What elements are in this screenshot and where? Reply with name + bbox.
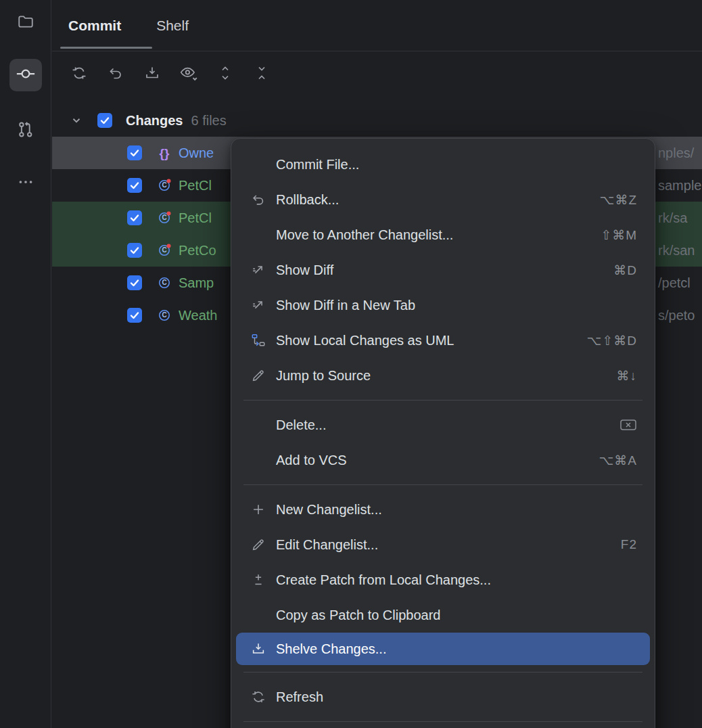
commit-icon (16, 64, 36, 87)
collapse-all-icon (254, 65, 270, 84)
commit-tab-bar: Commit Shelf (52, 0, 702, 51)
menu-item-create-patch[interactable]: Create Patch from Local Changes... (231, 562, 655, 597)
file-name: PetCl (179, 210, 212, 226)
shelve-silently-button[interactable] (143, 65, 162, 84)
svg-text:C: C (162, 214, 166, 221)
shelve-icon (144, 65, 160, 84)
menu-item-new-changelist[interactable]: New Changelist... (231, 492, 655, 527)
menu-item-shelve-changes[interactable]: Shelve Changes... (236, 633, 650, 665)
file-checkbox[interactable] (127, 210, 142, 225)
file-path-fragment: sample (658, 178, 701, 194)
menu-item-copy-as-patch[interactable]: Copy as Patch to Clipboard (231, 597, 655, 633)
folder-icon (17, 13, 34, 33)
menu-separator (243, 400, 642, 401)
delete-key-icon (619, 417, 637, 432)
rollback-icon (250, 191, 266, 208)
chevron-down-icon[interactable] (70, 114, 83, 127)
menu-separator (243, 484, 642, 485)
class-icon: C (157, 275, 172, 290)
changes-checkbox[interactable] (97, 113, 112, 128)
menu-separator (243, 672, 642, 673)
refresh-button[interactable] (70, 65, 89, 84)
file-checkbox[interactable] (127, 275, 142, 290)
refresh-icon (71, 65, 87, 84)
tab-commit[interactable]: Commit (68, 18, 121, 34)
menu-item-jump-to-source[interactable]: Jump to Source ⌘↓ (231, 358, 655, 393)
class-icon: C (157, 178, 172, 193)
rollback-button[interactable] (106, 65, 125, 84)
file-path-fragment: s/peto (658, 308, 695, 323)
file-path-fragment: rk/sa (658, 210, 687, 226)
pull-requests-tool-button[interactable] (9, 114, 42, 147)
commit-tool-button[interactable] (9, 59, 42, 91)
collapse-all-button[interactable] (252, 65, 271, 84)
blank-icon (250, 417, 266, 433)
pull-request-icon (16, 120, 34, 141)
expand-all-button[interactable] (216, 65, 235, 84)
blank-icon (250, 156, 266, 173)
pencil-icon (250, 537, 266, 553)
class-icon: C (157, 308, 172, 323)
file-checkbox[interactable] (127, 178, 142, 193)
changes-root-label: Changes (126, 113, 183, 129)
changes-file-count: 6 files (191, 113, 226, 129)
file-checkbox[interactable] (127, 243, 142, 258)
menu-item-show-diff-new-tab[interactable]: Show Diff in a New Tab (231, 288, 655, 323)
changes-root-row[interactable]: Changes 6 files (52, 104, 702, 137)
file-name: Samp (179, 275, 214, 291)
active-tab-underline (60, 47, 152, 49)
menu-item-rollback[interactable]: Rollback... ⌥⌘Z (231, 182, 655, 217)
changes-toolbar (52, 51, 702, 84)
blank-icon (250, 452, 266, 468)
diff-icon (250, 297, 266, 313)
tab-shelf[interactable]: Shelf (156, 18, 189, 34)
file-path-fragment: nples/ (658, 145, 694, 161)
more-icon (17, 173, 34, 194)
svg-text:C: C (162, 181, 166, 189)
file-checkbox[interactable] (127, 308, 142, 323)
blank-icon (250, 227, 266, 243)
svg-text:C: C (162, 246, 166, 254)
more-tool-windows-button[interactable] (9, 167, 42, 200)
refresh-icon (250, 689, 266, 705)
context-menu: Commit File... Rollback... ⌥⌘Z Move to A… (231, 138, 655, 728)
file-name: PetCo (179, 243, 216, 258)
eye-icon (179, 64, 198, 85)
class-icon: C (157, 243, 172, 258)
diff-icon (250, 262, 266, 278)
file-name: PetCl (179, 178, 212, 194)
menu-separator (243, 721, 642, 722)
uml-diagram-icon (250, 332, 266, 348)
pencil-icon (250, 367, 266, 384)
file-path-fragment: /petcl (658, 275, 691, 291)
blank-icon (250, 607, 266, 623)
file-checkbox[interactable] (127, 145, 142, 160)
json-braces-icon: {} (157, 145, 172, 160)
svg-text:C: C (162, 311, 166, 319)
rollback-icon (108, 65, 124, 84)
menu-item-edit-changelist[interactable]: Edit Changelist... F2 (231, 527, 655, 562)
project-tool-button[interactable] (9, 7, 42, 39)
class-icon: C (157, 210, 172, 225)
preview-diff-button[interactable] (179, 65, 198, 84)
file-name: Owne (179, 145, 214, 161)
svg-text:C: C (162, 279, 166, 286)
expand-all-icon (217, 65, 233, 84)
menu-item-show-diff[interactable]: Show Diff ⌘D (231, 252, 655, 288)
menu-item-refresh[interactable]: Refresh (231, 679, 655, 714)
menu-item-move-to-another-changelist[interactable]: Move to Another Changelist... ⇧⌘M (231, 217, 655, 252)
shelve-icon (250, 641, 266, 657)
plus-minus-icon (250, 572, 266, 588)
menu-item-add-to-vcs[interactable]: Add to VCS ⌥⌘A (231, 442, 655, 478)
file-name: Weath (179, 308, 217, 323)
menu-item-delete[interactable]: Delete... (231, 407, 655, 442)
file-path-fragment: rk/san (658, 243, 695, 258)
menu-item-commit-file[interactable]: Commit File... (231, 147, 655, 182)
tool-window-stripe (0, 0, 51, 728)
menu-item-show-local-changes-as-uml[interactable]: Show Local Changes as UML ⌥⇧⌘D (231, 323, 655, 358)
plus-icon (250, 501, 266, 518)
